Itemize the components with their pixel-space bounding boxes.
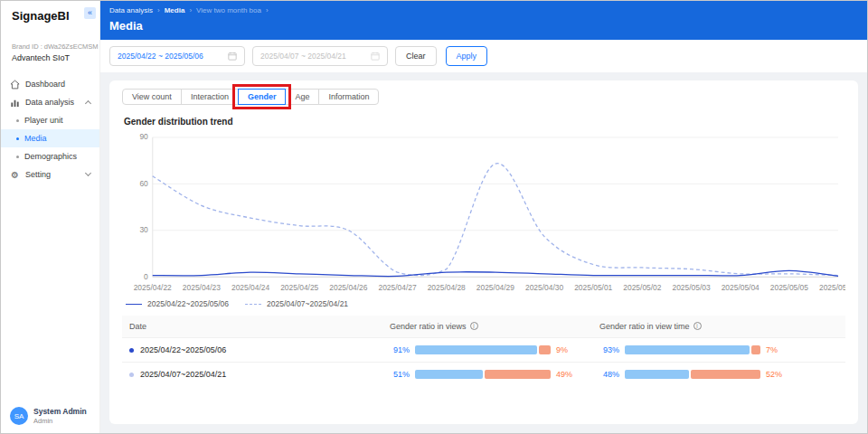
table-row: 2025/04/07~2025/04/21 51% 49% [122,363,845,387]
bullet-icon [16,156,19,158]
calendar-icon [371,52,380,61]
sidebar-item-label: Media [24,134,47,143]
male-bar [415,370,483,379]
bullet-icon [16,119,19,122]
tab-gender[interactable]: Gender [238,89,287,105]
calendar-icon [228,52,237,61]
svg-text:2025/04/27: 2025/04/27 [379,283,417,292]
bar-chart-icon [10,98,20,108]
legend-item-compare[interactable]: 2025/04/07~2025/04/21 [245,299,348,308]
column-header-date: Date [122,316,382,338]
info-icon[interactable]: i [693,322,702,330]
user-block[interactable]: SA System Admin Admin [10,407,87,425]
series-dot-icon [129,373,134,377]
ratio-bar [415,370,551,379]
female-percent: 9% [556,345,568,354]
avatar: SA [10,407,28,425]
sidebar-item-dashboard[interactable]: Dashboard [1,75,99,93]
column-header-label: Gender ratio in view time [599,322,690,331]
svg-text:2025/04/26: 2025/04/26 [329,283,367,292]
sidebar-item-label: Player unit [24,116,63,125]
column-header-views: Gender ratio in viewsi [382,316,592,338]
date-range-picker-primary[interactable]: 2025/04/22 ~ 2025/05/06 [109,46,245,66]
chevron-right-icon: › [189,6,192,14]
top-header: Data analysis › Media › View two month b… [100,1,867,40]
breadcrumb-data-analysis[interactable]: Data analysis [109,6,153,14]
date-range-value: 2025/04/22 ~ 2025/05/06 [118,52,203,61]
date-range-picker-compare[interactable]: 2025/04/07 ~ 2025/04/21 [252,46,388,66]
tab-interaction[interactable]: Interaction [181,89,239,105]
media-card: View count Interaction Gender Age Inform… [109,80,858,424]
view-time-ratio-cell: 48% 52% [599,370,838,379]
male-percent: 91% [390,345,410,354]
legend-label: 2025/04/22~2025/05/06 [147,299,229,308]
main-area: Data analysis › Media › View two month b… [100,1,867,433]
svg-text:90: 90 [139,132,148,141]
male-bar [625,345,750,354]
female-bar [751,345,760,354]
ratio-bar [625,370,760,379]
sidebar: SignageBI « Brand ID : dWa26ZsECMSM Adva… [1,1,100,433]
sidebar-item-data-analysis[interactable]: Data analysis [1,93,99,111]
svg-text:2025/04/24: 2025/04/24 [231,283,269,292]
series-dot-icon [129,348,134,353]
date-cell: 2025/04/07~2025/04/21 [129,370,375,379]
legend-label: 2025/04/07~2025/04/21 [267,299,348,308]
tab-age[interactable]: Age [285,89,319,105]
svg-text:2025/04/30: 2025/04/30 [525,283,563,292]
female-bar [691,370,760,379]
male-percent: 93% [599,345,619,354]
chart-legend: 2025/04/22~2025/05/06 2025/04/07~2025/04… [126,299,845,308]
svg-text:0: 0 [144,272,148,281]
sidebar-nav: Dashboard Data analysis Player unit Medi… [1,75,99,184]
chart-title: Gender distribution trend [124,117,845,127]
sidebar-item-player-unit[interactable]: Player unit [1,111,99,129]
row-date-label: 2025/04/07~2025/04/21 [140,370,226,379]
sidebar-item-setting[interactable]: ⚙ Setting [1,165,99,184]
female-bar [539,345,551,354]
svg-text:2025/05/05: 2025/05/05 [770,283,808,292]
breadcrumb-current: View two month boa [196,6,261,14]
brand-block: Brand ID : dWa26ZsECMSM Advantech SIoT [1,30,99,66]
apply-button[interactable]: Apply [446,46,488,66]
gender-ratio-table: Date Gender ratio in viewsi Gender ratio… [122,316,845,386]
filter-bar: 2025/04/22 ~ 2025/05/06 2025/04/07 ~ 202… [100,40,867,72]
sidebar-item-demographics[interactable]: Demographics [1,147,99,165]
row-date-label: 2025/04/22~2025/05/06 [140,345,226,354]
chevron-right-icon: › [266,6,269,14]
solid-line-swatch-icon [126,304,142,305]
tab-gender-label: Gender [248,92,277,101]
user-name: System Admin [33,407,87,416]
tab-view-count[interactable]: View count [122,89,182,105]
sidebar-item-label: Setting [25,170,51,179]
svg-text:2025/04/25: 2025/04/25 [280,283,318,292]
male-percent: 51% [390,370,410,379]
female-percent: 7% [766,345,778,354]
sidebar-item-media[interactable]: Media [1,129,99,147]
chevron-right-icon: › [157,6,160,14]
svg-text:2025/05/04: 2025/05/04 [722,283,760,292]
page-title: Media [109,19,858,33]
breadcrumb-media[interactable]: Media [165,6,185,14]
breadcrumb: Data analysis › Media › View two month b… [109,6,858,14]
legend-item-current[interactable]: 2025/04/22~2025/05/06 [126,299,229,308]
svg-text:2025/04/23: 2025/04/23 [183,283,221,292]
brand-name: Advantech SIoT [12,53,89,62]
ratio-bar [415,345,551,354]
gender-trend-chart: 03060902025/04/222025/04/232025/04/24202… [122,128,845,298]
clear-button[interactable]: Clear [395,46,437,66]
male-bar [625,370,689,379]
view-time-ratio-cell: 93% 7% [599,345,838,354]
tab-bar: View count Interaction Gender Age Inform… [122,89,845,105]
gear-icon: ⚙ [10,170,20,180]
sidebar-collapse-icon[interactable]: « [84,7,96,19]
svg-text:2025/05/01: 2025/05/01 [574,283,612,292]
female-percent: 52% [766,370,782,379]
ratio-bar [625,345,760,354]
content-area: View count Interaction Gender Age Inform… [100,72,867,433]
date-cell: 2025/04/22~2025/05/06 [129,345,375,354]
info-icon[interactable]: i [470,322,478,330]
female-bar [485,370,551,379]
brand-id: Brand ID : dWa26ZsECMSM [12,42,89,51]
tab-information[interactable]: Information [318,89,379,105]
